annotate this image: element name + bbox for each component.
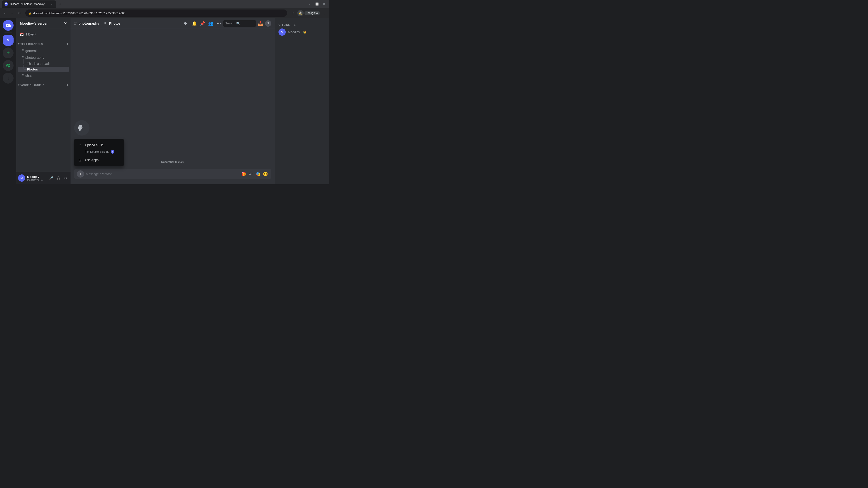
inbox-button[interactable]: 📥 — [257, 20, 264, 27]
browser-chrome: Discord | "Photos" | Moodjoy's s... ✕ + … — [0, 0, 329, 18]
message-input[interactable]: Message "Photos" — [86, 172, 239, 176]
channel-name: general — [25, 49, 37, 53]
server-header[interactable]: Moodjoy's server ✕ — [16, 18, 70, 29]
calendar-icon: 📅 — [20, 33, 24, 36]
text-channels-collapse[interactable]: ▾ TEXT CHANNELS — [18, 42, 43, 45]
message-input-area: ↑ Upload a File Tip: Double click the + … — [70, 169, 275, 184]
more-button[interactable]: ••• — [215, 20, 222, 27]
discord-home-button[interactable] — [3, 20, 13, 31]
channel-chat[interactable]: # chat — [18, 72, 69, 79]
bookmark-button[interactable]: ☆ — [290, 10, 296, 16]
channel-hash-icon: # — [22, 48, 24, 53]
text-channels-label: TEXT CHANNELS — [21, 43, 43, 45]
server-divider — [4, 33, 12, 33]
text-channels-chevron: ▾ — [18, 42, 20, 45]
server-dropdown-icon: ✕ — [64, 22, 67, 26]
member-moodjoy[interactable]: M Moodjoy 👑 — [277, 27, 327, 37]
add-voice-channel-button[interactable]: + — [66, 83, 69, 88]
active-tab[interactable]: Discord | "Photos" | Moodjoy's s... ✕ — [2, 0, 56, 8]
browser-actions: ☆ 🕵 Incognito ⋮ — [290, 10, 327, 16]
download-button[interactable]: ↓ — [3, 73, 13, 84]
apps-icon: ⊞ — [78, 158, 82, 162]
sticker-button[interactable]: 🎭 — [255, 171, 261, 177]
voice-channels-label: VOICE CHANNELS — [21, 84, 44, 87]
search-placeholder: Search — [225, 22, 235, 25]
extensions-button[interactable]: ⋮ — [321, 10, 327, 16]
header-hash-icon: # — [74, 21, 76, 26]
header-actions: 🔔 📌 👥 ••• Search 🔍 📥 ? — [183, 20, 271, 27]
pins-button[interactable]: 📌 — [199, 20, 206, 27]
search-bar[interactable]: Search 🔍 — [223, 20, 256, 27]
server-icon-moodjoy[interactable]: M — [3, 35, 13, 46]
user-panel: M Moodjoy moodjoy71_0... 🎤 🎧 ⚙ — [16, 172, 70, 184]
attach-button[interactable]: + — [77, 170, 84, 177]
incognito-icon: 🕵 — [299, 11, 303, 15]
url-text: discord.com/channels/1182346851781984336… — [33, 11, 285, 15]
header-channel-text: photography — [79, 22, 99, 25]
back-button[interactable]: ← — [2, 10, 8, 16]
threads-button[interactable] — [183, 20, 190, 27]
mute-button[interactable]: 🎤 — [48, 175, 54, 181]
use-apps-item[interactable]: ⊞ Use Apps — [74, 156, 124, 164]
channel-icon-large — [74, 120, 90, 135]
tip-plus-icon: + — [111, 150, 114, 154]
channel-sidebar: Moodjoy's server ✕ 📅 1 Event ▾ TEXT CHAN… — [16, 18, 70, 184]
popup-tip: Tip: Double click the + — [74, 150, 124, 156]
thread-icon — [104, 21, 108, 26]
input-actions: 🎁 GIF 🎭 😊 — [241, 171, 269, 177]
new-tab-button[interactable]: + — [57, 1, 63, 7]
explore-button[interactable] — [3, 60, 13, 71]
gift-button[interactable]: 🎁 — [241, 171, 247, 177]
header-channel-name: # photography — [74, 21, 99, 26]
user-avatar: M — [18, 174, 25, 182]
upload-label: Upload a File — [85, 143, 104, 147]
channel-hash-icon: # — [22, 73, 24, 78]
event-label: 1 Event — [26, 33, 36, 36]
voice-channels-chevron: ▾ — [18, 84, 20, 87]
settings-button[interactable]: ⚙ — [62, 175, 69, 181]
lock-icon: 🔒 — [28, 11, 31, 15]
member-name: Moodjoy — [288, 30, 300, 34]
gif-button[interactable]: GIF — [248, 171, 254, 177]
close-button[interactable]: ✕ — [321, 1, 327, 7]
add-server-button[interactable]: + — [3, 47, 13, 58]
voice-channels-collapse[interactable]: ▾ VOICE CHANNELS — [18, 84, 44, 87]
header-breadcrumb: # photography › Photos — [74, 21, 121, 26]
member-list: OFFLINE — 1 M Moodjoy 👑 — [275, 18, 329, 184]
deafen-button[interactable]: 🎧 — [55, 175, 61, 181]
date-text: December 8, 2023 — [161, 160, 184, 164]
user-controls: 🎤 🎧 ⚙ — [48, 175, 69, 181]
main-content: # photography › Photos 🔔 📌 👥 ••• — [70, 18, 275, 184]
forward-button[interactable]: → — [9, 10, 16, 16]
members-button[interactable]: 👥 — [207, 20, 214, 27]
tip-text: Tip: Double click the — [85, 150, 110, 153]
crown-icon: 👑 — [303, 31, 307, 34]
upload-file-item[interactable]: ↑ Upload a File — [74, 140, 124, 150]
events-item[interactable]: 📅 1 Event — [16, 31, 70, 38]
thread-photos[interactable]: Photos — [18, 67, 69, 72]
help-button[interactable]: ? — [265, 20, 271, 27]
notifications-button[interactable]: 🔔 — [191, 20, 198, 27]
channel-header: # photography › Photos 🔔 📌 👥 ••• — [70, 18, 275, 29]
member-avatar: M — [278, 29, 286, 36]
emoji-button[interactable]: 😊 — [262, 171, 269, 177]
restore-button[interactable]: ⬜ — [314, 1, 320, 7]
thread-name: Photos — [27, 68, 38, 71]
channels-list: 📅 1 Event ▾ TEXT CHANNELS + # general # … — [16, 29, 70, 172]
add-channel-button[interactable]: + — [66, 41, 69, 46]
breadcrumb-separator: › — [101, 21, 102, 26]
tab-close-button[interactable]: ✕ — [50, 2, 53, 6]
minimize-button[interactable]: ⌄ — [307, 1, 313, 7]
user-info: Moodjoy moodjoy71_0... — [27, 175, 46, 181]
incognito-label: Incognito — [307, 11, 318, 15]
popup-menu: ↑ Upload a File Tip: Double click the + … — [74, 139, 124, 166]
reload-button[interactable]: ↻ — [16, 10, 23, 16]
server-name: Moodjoy's server — [20, 22, 48, 25]
profile-button[interactable]: 🕵 — [297, 10, 304, 16]
voice-channels-category: ▾ VOICE CHANNELS + — [16, 79, 70, 88]
address-bar[interactable]: 🔒 discord.com/channels/11823468517819843… — [25, 9, 287, 17]
channel-general[interactable]: # general — [18, 47, 69, 54]
header-thread-name: Photos — [104, 21, 121, 26]
channel-name: chat — [25, 74, 32, 77]
discord-app: M + ↓ Moodjoy's server ✕ 📅 1 Event ▾ TEX… — [0, 18, 329, 184]
